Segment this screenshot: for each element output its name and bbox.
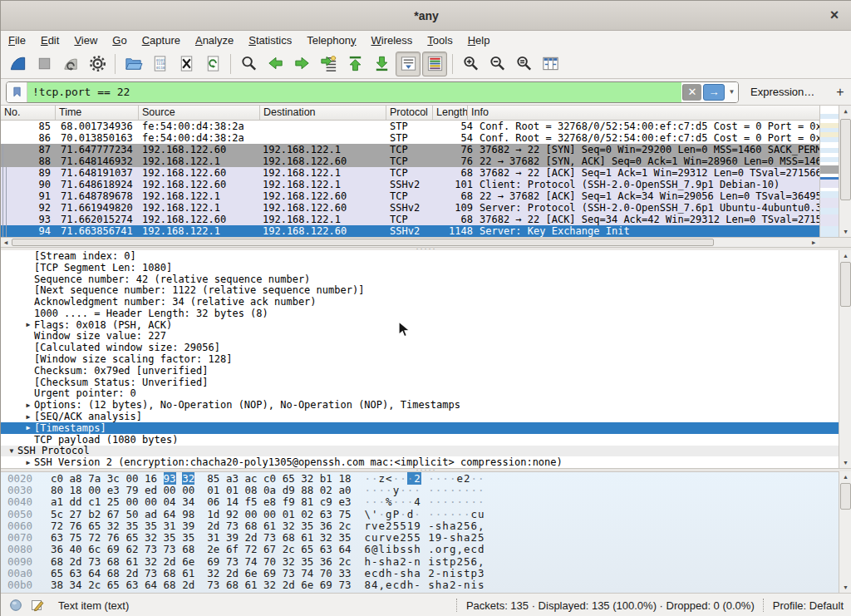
go-forward-button[interactable] — [289, 52, 314, 76]
hex-byte[interactable]: 31 — [207, 531, 219, 544]
hex-byte[interactable]: 5c — [51, 508, 63, 520]
column-header-info[interactable]: Info — [468, 106, 819, 120]
hex-byte[interactable]: 68 — [182, 543, 194, 555]
hex-byte[interactable]: 65 — [88, 520, 101, 532]
hex-byte[interactable]: 64 — [145, 579, 157, 591]
hex-byte[interactable]: 61 — [244, 579, 257, 591]
collapsed-icon[interactable]: ▶ — [22, 402, 34, 409]
hex-byte[interactable]: 38 — [51, 579, 63, 591]
hex-byte[interactable]: 80 — [51, 484, 63, 496]
detail-line[interactable]: [Calculated window size: 29056] — [1, 342, 851, 353]
scroll-up-icon[interactable]: ▲ — [839, 471, 851, 482]
hex-byte[interactable]: 98 — [182, 508, 194, 520]
hex-byte[interactable]: 85 — [207, 472, 219, 485]
hex-byte[interactable]: 7a — [88, 472, 101, 485]
packet-list-minimap[interactable] — [819, 106, 839, 237]
detail-line[interactable]: Sequence number: 42 (relative sequence n… — [1, 274, 851, 285]
colorize-button[interactable] — [422, 52, 447, 76]
hex-byte[interactable]: 35 — [301, 555, 313, 568]
hex-byte[interactable]: 63 — [51, 531, 63, 544]
hex-byte[interactable]: 35 — [338, 531, 351, 544]
hex-byte[interactable]: f5 — [244, 495, 257, 508]
hex-byte[interactable]: 6e — [182, 555, 194, 568]
hex-byte[interactable]: 65 — [301, 543, 313, 555]
hex-byte[interactable]: 62 — [125, 543, 138, 555]
menu-item-analyze[interactable]: Analyze — [188, 32, 241, 48]
hex-byte[interactable]: 01 — [283, 508, 295, 520]
hex-byte[interactable]: e3 — [338, 495, 351, 508]
resize-columns-button[interactable] — [538, 52, 563, 76]
hex-byte[interactable]: 00 — [244, 508, 257, 520]
hex-byte[interactable]: 88 — [301, 484, 313, 496]
hex-byte[interactable]: 2c — [338, 520, 351, 532]
hex-byte[interactable]: 61 — [301, 531, 313, 544]
hex-byte[interactable]: 64 — [338, 543, 351, 555]
hex-byte[interactable]: 01 — [226, 484, 239, 496]
hex-byte[interactable]: 00 — [125, 472, 138, 485]
hex-byte[interactable]: 68 — [226, 579, 239, 591]
hex-byte[interactable]: 68 — [283, 531, 295, 544]
detail-line[interactable]: [Window size scaling factor: 128] — [1, 353, 851, 365]
hex-byte[interactable]: 2c — [283, 543, 295, 555]
hex-byte[interactable]: 2d — [244, 531, 257, 544]
zoom-original-button[interactable] — [511, 52, 536, 76]
expression-button[interactable]: Expression… — [750, 86, 814, 98]
menu-item-tools[interactable]: Tools — [420, 32, 460, 48]
scroll-right-icon[interactable]: ▶ — [809, 238, 819, 247]
close-icon[interactable]: × — [825, 6, 844, 24]
hex-byte[interactable]: 73 — [164, 543, 176, 555]
filter-clear-button[interactable]: ✕ — [682, 84, 701, 101]
hex-byte[interactable]: a1 — [51, 495, 63, 508]
file-close-button[interactable] — [174, 52, 199, 76]
filter-apply-button[interactable]: → — [703, 84, 725, 101]
hex-byte[interactable]: b2 — [88, 508, 101, 520]
hex-byte[interactable]: 18 — [338, 472, 351, 485]
zoom-in-button[interactable] — [458, 52, 483, 76]
hex-byte[interactable]: 68 — [107, 555, 120, 568]
column-header-no[interactable]: No. — [1, 106, 56, 120]
hex-byte[interactable]: ed — [145, 484, 157, 496]
hex-byte[interactable]: c0 — [263, 472, 276, 485]
hex-byte[interactable]: 67 — [107, 508, 120, 520]
hex-byte[interactable]: 32 — [182, 472, 194, 485]
scroll-up-icon[interactable]: ▲ — [839, 106, 851, 116]
packet-row-91[interactable]: 9171.648789678192.168.122.1192.168.122.6… — [1, 190, 819, 202]
hex-byte[interactable]: 04 — [164, 495, 176, 508]
hex-byte[interactable]: 31 — [164, 520, 176, 532]
hex-row[interactable]: 003080 18 00 e3 79 ed 00 00 01 01 08 0a … — [1, 484, 851, 495]
hex-byte[interactable]: c0 — [51, 472, 63, 485]
profile-status[interactable]: Profile: Default — [773, 599, 844, 612]
hex-byte[interactable]: 73 — [145, 543, 157, 555]
capture-restart-button[interactable] — [58, 52, 83, 76]
hex-byte[interactable]: e8 — [263, 495, 276, 508]
hex-byte[interactable]: 32 — [283, 555, 295, 568]
packet-row-92[interactable]: 9271.661949820192.168.122.1192.168.122.6… — [1, 202, 819, 214]
column-header-length[interactable]: Length — [433, 106, 468, 120]
hex-byte[interactable]: 74 — [244, 555, 257, 568]
hex-byte[interactable]: 72 — [244, 543, 257, 555]
hex-row[interactable]: 00505c 27 b2 67 50 ad 64 98 1d 92 00 00 … — [1, 508, 851, 520]
hex-byte[interactable]: 63 — [320, 508, 332, 520]
hex-byte[interactable]: 00 — [88, 484, 101, 496]
go-back-button[interactable] — [263, 52, 288, 76]
hex-byte[interactable]: 75 — [70, 531, 82, 544]
hex-byte[interactable]: 6f — [226, 543, 239, 555]
details-scrollbar[interactable]: ▲ ▼ — [839, 250, 851, 468]
hex-byte[interactable]: 2c — [338, 555, 351, 568]
hex-byte[interactable]: 32 — [320, 531, 332, 544]
hex-byte[interactable]: 2c — [88, 579, 101, 591]
auto-scroll-button[interactable] — [396, 52, 421, 76]
hex-byte[interactable]: 69 — [263, 567, 276, 579]
hex-byte[interactable]: c9 — [320, 495, 332, 508]
hex-byte[interactable]: 68 — [244, 520, 257, 532]
packet-list-scroll-thumb[interactable] — [840, 119, 851, 200]
hex-byte[interactable]: 00 — [182, 484, 194, 496]
hex-byte[interactable]: a3 — [226, 472, 239, 485]
hex-byte[interactable]: 68 — [107, 567, 120, 579]
menu-item-statistics[interactable]: Statistics — [241, 32, 299, 48]
collapsed-icon[interactable]: ▶ — [22, 413, 34, 421]
collapsed-icon[interactable]: ▶ — [22, 321, 34, 328]
go-last-button[interactable] — [369, 52, 394, 76]
hex-byte[interactable]: 39 — [182, 520, 194, 532]
expert-info-icon[interactable] — [9, 599, 22, 612]
